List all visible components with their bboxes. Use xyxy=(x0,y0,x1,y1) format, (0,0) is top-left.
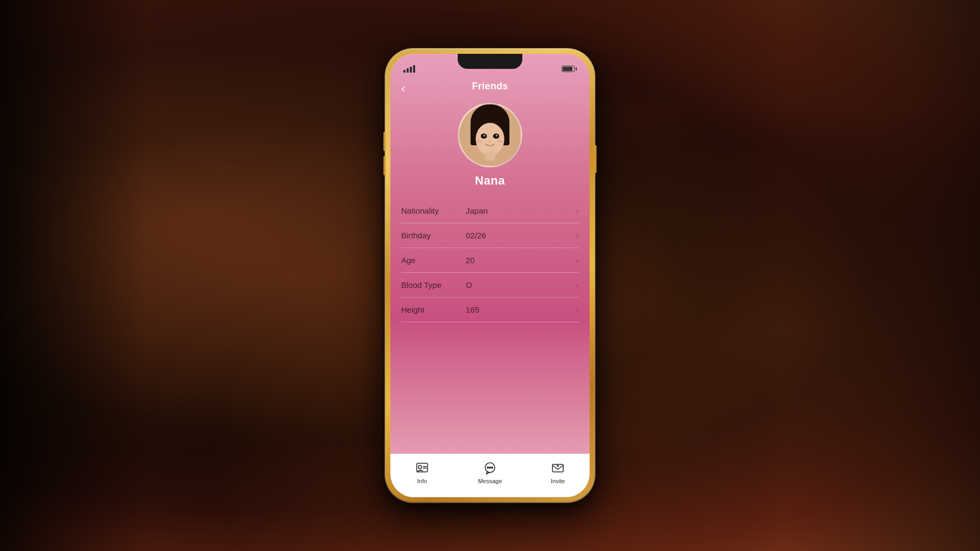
content-spacer xyxy=(390,326,590,454)
info-row-birthday[interactable]: Birthday 02/26 › xyxy=(401,223,579,248)
blood-type-value: O xyxy=(466,280,572,289)
header-title: Friends xyxy=(472,81,508,92)
age-chevron-icon: › xyxy=(576,256,579,265)
tab-info-label: Info xyxy=(417,478,427,484)
avatar-section: Nana xyxy=(390,97,590,199)
nationality-label: Nationality xyxy=(401,206,466,215)
app-content: ‹ Friends xyxy=(390,54,590,497)
blood-type-label: Blood Type xyxy=(401,280,466,289)
tab-bar: Info Message xyxy=(390,454,590,497)
phone-screen: ‹ Friends xyxy=(390,54,590,497)
birthday-label: Birthday xyxy=(401,231,466,240)
invite-heart-icon xyxy=(550,461,565,476)
svg-point-11 xyxy=(497,140,503,143)
battery-body xyxy=(562,66,575,72)
info-row-measurements[interactable]: Measurements B88/W54/H84 › xyxy=(401,322,579,326)
signal-bar-4 xyxy=(413,65,415,73)
profile-name: Nana xyxy=(475,174,505,188)
tab-invite-label: Invite xyxy=(551,478,565,484)
volume-up-button[interactable] xyxy=(383,132,386,151)
info-row-blood-type[interactable]: Blood Type O › xyxy=(401,273,579,298)
svg-point-4 xyxy=(475,123,504,156)
info-person-icon xyxy=(415,461,430,476)
volume-down-button[interactable] xyxy=(383,156,386,175)
message-icon xyxy=(482,461,498,476)
signal-icon xyxy=(403,65,415,73)
notch xyxy=(458,54,522,69)
signal-bar-1 xyxy=(403,70,405,73)
phone-device: ‹ Friends xyxy=(385,48,595,503)
battery-fill xyxy=(563,67,572,71)
signal-bar-3 xyxy=(410,67,412,73)
signal-bar-2 xyxy=(407,68,409,73)
tab-info[interactable]: Info xyxy=(406,458,438,486)
svg-point-13 xyxy=(418,465,422,469)
nationality-chevron-icon: › xyxy=(576,207,579,215)
blood-type-chevron-icon: › xyxy=(576,281,579,289)
info-row-nationality[interactable]: Nationality Japan › xyxy=(401,199,579,223)
height-value: 165 xyxy=(466,305,572,314)
svg-point-18 xyxy=(489,467,491,468)
svg-point-17 xyxy=(487,467,488,468)
svg-point-9 xyxy=(495,135,498,137)
svg-point-8 xyxy=(484,135,486,137)
battery-icon xyxy=(562,66,577,72)
power-button[interactable] xyxy=(594,145,597,173)
birthday-value: 02/26 xyxy=(466,231,572,240)
avatar xyxy=(458,103,522,167)
info-row-age[interactable]: Age 20 › xyxy=(401,248,579,273)
tab-invite[interactable]: Invite xyxy=(542,458,574,486)
tab-message-label: Message xyxy=(478,478,502,484)
svg-point-10 xyxy=(477,140,482,143)
height-chevron-icon: › xyxy=(576,306,579,314)
age-value: 20 xyxy=(466,256,572,265)
back-button[interactable]: ‹ xyxy=(401,82,405,96)
avatar-illustration xyxy=(459,103,521,167)
birthday-chevron-icon: › xyxy=(576,231,579,240)
svg-point-19 xyxy=(492,467,493,468)
battery-tip xyxy=(576,67,577,70)
svg-rect-5 xyxy=(485,151,495,160)
nationality-value: Japan xyxy=(466,206,572,215)
height-label: Height xyxy=(401,305,466,314)
tab-message[interactable]: Message xyxy=(470,458,511,486)
age-label: Age xyxy=(401,256,466,265)
info-table: Nationality Japan › Birthday 02/26 › Age… xyxy=(390,199,590,326)
info-row-height[interactable]: Height 165 › xyxy=(401,298,579,322)
